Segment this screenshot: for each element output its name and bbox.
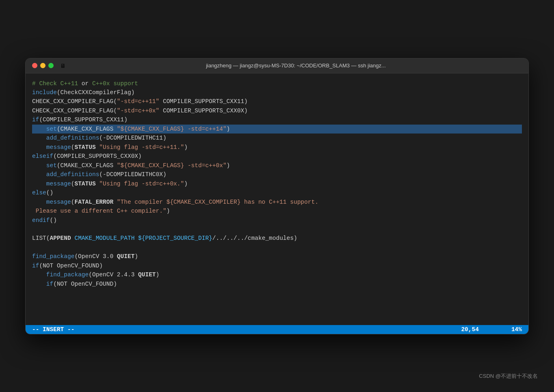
code-line-6-highlighted: set(CMAKE_CXX_FLAGS "${CMAKE_CXX_FLAGS} … bbox=[32, 125, 522, 134]
code-line-10: set(CMAKE_CXX_FLAGS "${CMAKE_CXX_FLAGS} … bbox=[32, 161, 522, 170]
title-bar: 🖥 jiangzheng — jiangz@sysu-MS-7D30: ~/CO… bbox=[26, 58, 528, 73]
code-line-3: CHECK_CXX_COMPILER_FLAG("-std=c++11" COM… bbox=[32, 97, 522, 106]
status-right: 20,54 14% bbox=[461, 326, 522, 333]
scroll-percent: 14% bbox=[511, 326, 522, 333]
code-line-5: if(COMPILER_SUPPORTS_CXX11) bbox=[32, 115, 522, 124]
traffic-lights bbox=[32, 63, 54, 68]
window-title: jiangzheng — jiangz@sysu-MS-7D30: ~/CODE… bbox=[70, 62, 522, 69]
code-line-2: include(CheckCXXCompilerFlag) bbox=[32, 88, 522, 97]
insert-mode: -- INSERT -- bbox=[32, 326, 74, 333]
code-line-19 bbox=[32, 243, 522, 252]
code-line-21: if(NOT OpenCV_FOUND) bbox=[32, 261, 522, 270]
code-line-22: find_package(OpenCV 2.4.3 QUIET) bbox=[32, 270, 522, 279]
code-line-11: add_definitions(-DCOMPILEDWITHC0X) bbox=[32, 170, 522, 179]
minimize-button[interactable] bbox=[40, 63, 45, 68]
code-line-8: message(STATUS "Using flag -std=c++11.") bbox=[32, 143, 522, 152]
page-wrapper: 🖥 jiangzheng — jiangz@sysu-MS-7D30: ~/CO… bbox=[0, 0, 554, 392]
code-line-20: find_package(OpenCV 3.0 QUIET) bbox=[32, 252, 522, 261]
code-line-18: LIST(APPEND CMAKE_MODULE_PATH ${PROJECT_… bbox=[32, 234, 522, 243]
terminal-icon: 🖥 bbox=[60, 62, 66, 69]
terminal-body[interactable]: # Check C++11 or C++0x support include(C… bbox=[26, 73, 528, 325]
code-line-13: else() bbox=[32, 188, 522, 197]
code-line-1: # Check C++11 or C++0x support bbox=[32, 79, 522, 88]
code-line-17 bbox=[32, 225, 522, 234]
code-line-7: add_definitions(-DCOMPILEDWITHC11) bbox=[32, 134, 522, 142]
maximize-button[interactable] bbox=[48, 63, 54, 68]
code-line-14: message(FATAL_ERROR "The compiler ${CMAK… bbox=[32, 198, 522, 207]
code-line-16: endif() bbox=[32, 216, 522, 225]
cursor-position: 20,54 bbox=[461, 326, 479, 333]
code-line-23: if(NOT OpenCV_FOUND) bbox=[32, 280, 522, 289]
close-button[interactable] bbox=[32, 63, 37, 68]
code-line-9: elseif(COMPILER_SUPPORTS_CXX0X) bbox=[32, 152, 522, 161]
code-line-15: Please use a different C++ compiler.") bbox=[32, 207, 522, 215]
status-bar: -- INSERT -- 20,54 14% bbox=[26, 325, 528, 334]
code-line-12: message(STATUS "Using flag -std=c++0x.") bbox=[32, 179, 522, 188]
watermark: CSDN @不进前十不改名 bbox=[479, 373, 538, 380]
code-line-4: CHECK_CXX_COMPILER_FLAG("-std=c++0x" COM… bbox=[32, 106, 522, 115]
terminal-window: 🖥 jiangzheng — jiangz@sysu-MS-7D30: ~/CO… bbox=[25, 58, 529, 334]
